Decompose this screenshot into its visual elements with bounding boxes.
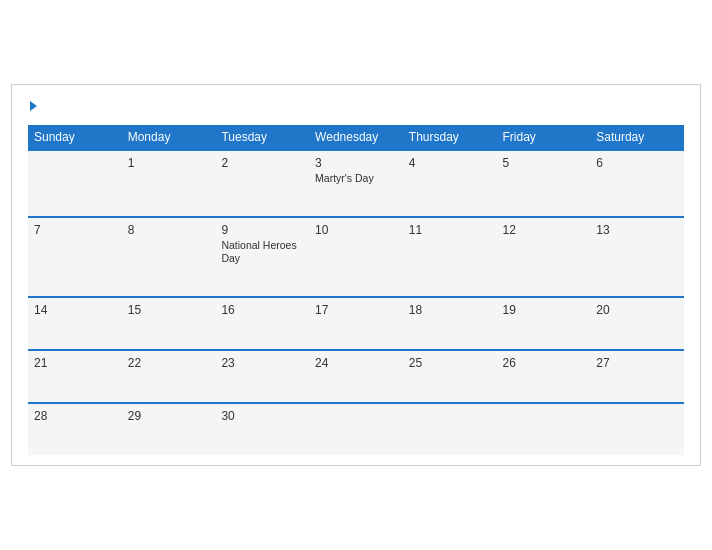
calendar-tbody: 123Martyr's Day456789National Heroes Day…: [28, 150, 684, 455]
day-number: 4: [409, 156, 491, 170]
logo-blue-text: [28, 101, 37, 111]
calendar-cell: 21: [28, 350, 122, 403]
week-row-1: 789National Heroes Day10111213: [28, 217, 684, 297]
day-number: 28: [34, 409, 116, 423]
weekday-header-thursday: Thursday: [403, 125, 497, 150]
weekday-header-tuesday: Tuesday: [215, 125, 309, 150]
calendar-cell: 24: [309, 350, 403, 403]
holiday-label: Martyr's Day: [315, 172, 397, 186]
calendar-cell: [28, 150, 122, 217]
calendar-grid: SundayMondayTuesdayWednesdayThursdayFrid…: [28, 125, 684, 455]
calendar-cell: 1: [122, 150, 216, 217]
day-number: 17: [315, 303, 397, 317]
weekday-header-monday: Monday: [122, 125, 216, 150]
calendar-cell: 9National Heroes Day: [215, 217, 309, 297]
day-number: 2: [221, 156, 303, 170]
weekday-header-saturday: Saturday: [590, 125, 684, 150]
week-row-3: 21222324252627: [28, 350, 684, 403]
calendar-cell: 18: [403, 297, 497, 350]
day-number: 8: [128, 223, 210, 237]
day-number: 22: [128, 356, 210, 370]
day-number: 16: [221, 303, 303, 317]
day-number: 14: [34, 303, 116, 317]
calendar-header: [28, 101, 684, 111]
calendar-cell: 23: [215, 350, 309, 403]
logo-triangle-icon: [30, 101, 37, 111]
day-number: 18: [409, 303, 491, 317]
calendar-cell: 22: [122, 350, 216, 403]
day-number: 23: [221, 356, 303, 370]
calendar-cell: 12: [497, 217, 591, 297]
calendar-cell: 25: [403, 350, 497, 403]
day-number: 1: [128, 156, 210, 170]
calendar-cell: 13: [590, 217, 684, 297]
calendar-thead: SundayMondayTuesdayWednesdayThursdayFrid…: [28, 125, 684, 150]
calendar-cell: 29: [122, 403, 216, 455]
day-number: 25: [409, 356, 491, 370]
week-row-0: 123Martyr's Day456: [28, 150, 684, 217]
calendar-cell: 27: [590, 350, 684, 403]
weekday-header-row: SundayMondayTuesdayWednesdayThursdayFrid…: [28, 125, 684, 150]
calendar-cell: 14: [28, 297, 122, 350]
week-row-4: 282930: [28, 403, 684, 455]
calendar-cell: 2: [215, 150, 309, 217]
day-number: 12: [503, 223, 585, 237]
calendar-cell: 16: [215, 297, 309, 350]
calendar-cell: 7: [28, 217, 122, 297]
calendar-cell: 11: [403, 217, 497, 297]
calendar-cell: [590, 403, 684, 455]
day-number: 3: [315, 156, 397, 170]
calendar-cell: 28: [28, 403, 122, 455]
day-number: 24: [315, 356, 397, 370]
day-number: 11: [409, 223, 491, 237]
day-number: 10: [315, 223, 397, 237]
logo: [28, 101, 37, 111]
calendar-cell: 15: [122, 297, 216, 350]
day-number: 9: [221, 223, 303, 237]
calendar-container: SundayMondayTuesdayWednesdayThursdayFrid…: [11, 84, 701, 466]
calendar-cell: 19: [497, 297, 591, 350]
weekday-header-friday: Friday: [497, 125, 591, 150]
day-number: 19: [503, 303, 585, 317]
calendar-cell: 3Martyr's Day: [309, 150, 403, 217]
calendar-cell: 10: [309, 217, 403, 297]
day-number: 15: [128, 303, 210, 317]
calendar-cell: [497, 403, 591, 455]
day-number: 7: [34, 223, 116, 237]
day-number: 20: [596, 303, 678, 317]
day-number: 27: [596, 356, 678, 370]
calendar-cell: 8: [122, 217, 216, 297]
calendar-cell: 30: [215, 403, 309, 455]
day-number: 5: [503, 156, 585, 170]
day-number: 30: [221, 409, 303, 423]
weekday-header-wednesday: Wednesday: [309, 125, 403, 150]
day-number: 6: [596, 156, 678, 170]
calendar-cell: [309, 403, 403, 455]
calendar-cell: 5: [497, 150, 591, 217]
week-row-2: 14151617181920: [28, 297, 684, 350]
calendar-cell: 26: [497, 350, 591, 403]
calendar-cell: [403, 403, 497, 455]
day-number: 13: [596, 223, 678, 237]
day-number: 29: [128, 409, 210, 423]
day-number: 26: [503, 356, 585, 370]
holiday-label: National Heroes Day: [221, 239, 303, 266]
calendar-cell: 17: [309, 297, 403, 350]
calendar-cell: 6: [590, 150, 684, 217]
weekday-header-sunday: Sunday: [28, 125, 122, 150]
calendar-cell: 20: [590, 297, 684, 350]
day-number: 21: [34, 356, 116, 370]
calendar-cell: 4: [403, 150, 497, 217]
